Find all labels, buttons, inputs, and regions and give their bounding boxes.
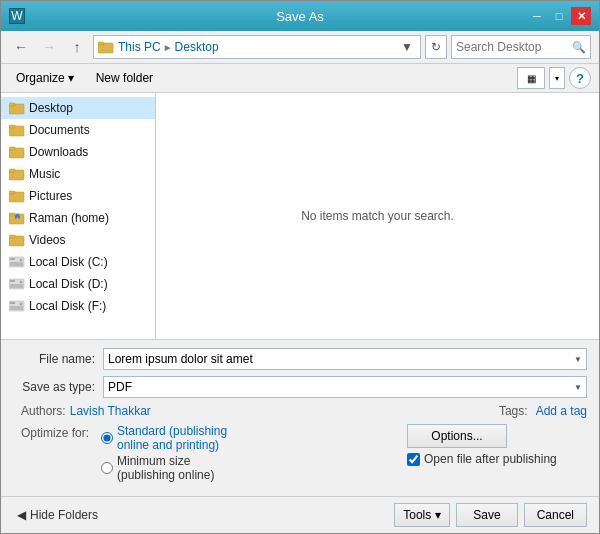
sidebar-item-disk-d[interactable]: Local Disk (D:): [1, 273, 155, 295]
footer-actions: Tools ▾ Save Cancel: [394, 503, 587, 527]
filename-dropdown-arrow[interactable]: ▼: [574, 355, 582, 364]
minimize-button[interactable]: ─: [527, 7, 547, 25]
close-button[interactable]: ✕: [571, 7, 591, 25]
videos-folder-icon: [9, 233, 25, 247]
radio-standard[interactable]: Standard (publishingonline and printing): [101, 424, 227, 452]
sidebar-label-desktop: Desktop: [29, 101, 73, 115]
save-as-dialog: W Save As ─ □ ✕ ← → ↑ This PC ► Desktop …: [0, 0, 600, 534]
organize-toolbar: Organize ▾ New folder ▦ ▾ ?: [1, 64, 599, 93]
dropdown-arrow-btn[interactable]: ▼: [398, 38, 416, 56]
up-button[interactable]: ↑: [65, 36, 89, 58]
open-after-label: Open file after publishing: [424, 452, 557, 466]
help-button[interactable]: ?: [569, 67, 591, 89]
forward-button[interactable]: →: [37, 36, 61, 58]
sidebar-label-pictures: Pictures: [29, 189, 72, 203]
pictures-folder-icon: [9, 189, 25, 203]
authors-value[interactable]: Lavish Thakkar: [70, 404, 151, 418]
empty-message: No items match your search.: [301, 209, 454, 223]
saveas-control[interactable]: PDF ▼: [103, 376, 587, 398]
new-folder-button[interactable]: New folder: [89, 67, 160, 89]
content-area: No items match your search.: [156, 93, 599, 339]
sidebar-item-raman[interactable]: Raman (home): [1, 207, 155, 229]
svg-rect-20: [10, 258, 15, 260]
tools-button[interactable]: Tools ▾: [394, 503, 450, 527]
svg-point-27: [20, 303, 23, 306]
sidebar-label-disk-c: Local Disk (C:): [29, 255, 108, 269]
authors-label: Authors:: [21, 404, 66, 418]
saveas-value: PDF: [108, 380, 132, 394]
svg-rect-22: [10, 284, 23, 288]
dialog-title: Save As: [276, 9, 324, 24]
breadcrumb-current[interactable]: Desktop: [175, 40, 219, 54]
tags-label: Tags:: [499, 404, 528, 418]
open-after-checkbox[interactable]: [407, 453, 420, 466]
options-button[interactable]: Options...: [407, 424, 507, 448]
sidebar-label-music: Music: [29, 167, 60, 181]
nav-toolbar: ← → ↑ This PC ► Desktop ▼ ↻ 🔍: [1, 31, 599, 64]
saveas-dropdown-arrow: ▼: [574, 383, 582, 392]
open-after-row: Open file after publishing: [407, 452, 557, 466]
breadcrumb-root[interactable]: This PC: [118, 40, 161, 54]
svg-rect-7: [9, 147, 15, 150]
svg-rect-1: [98, 42, 104, 45]
documents-folder-icon: [9, 123, 25, 137]
breadcrumb: This PC ► Desktop: [118, 40, 394, 54]
address-bar: This PC ► Desktop ▼: [93, 35, 421, 59]
svg-rect-28: [10, 302, 15, 304]
view-dropdown-button[interactable]: ▾: [549, 67, 565, 89]
search-input[interactable]: [456, 40, 568, 54]
radio-standard-input[interactable]: [101, 432, 113, 444]
saveas-row: Save as type: PDF ▼: [13, 376, 587, 398]
sidebar-item-disk-c[interactable]: Local Disk (C:): [1, 251, 155, 273]
disk-c-icon: [9, 255, 25, 269]
sidebar-label-downloads: Downloads: [29, 145, 88, 159]
back-button[interactable]: ←: [9, 36, 33, 58]
svg-rect-26: [10, 306, 23, 310]
saveas-label: Save as type:: [13, 380, 103, 394]
sidebar-item-documents[interactable]: Documents: [1, 119, 155, 141]
radio-minimum[interactable]: Minimum size(publishing online): [101, 454, 227, 482]
tags-value[interactable]: Add a tag: [536, 404, 587, 418]
maximize-button[interactable]: □: [549, 7, 569, 25]
sidebar-item-pictures[interactable]: Pictures: [1, 185, 155, 207]
sidebar-item-desktop[interactable]: Desktop: [1, 97, 155, 119]
meta-row: Authors: Lavish Thakkar Tags: Add a tag: [13, 404, 587, 418]
music-folder-icon: [9, 167, 25, 181]
radio-minimum-input[interactable]: [101, 462, 113, 474]
sidebar-label-disk-d: Local Disk (D:): [29, 277, 108, 291]
organize-button[interactable]: Organize ▾: [9, 67, 81, 89]
window-controls: ─ □ ✕: [527, 7, 591, 25]
footer: ◀ Hide Folders Tools ▾ Save Cancel: [1, 496, 599, 533]
search-icon[interactable]: 🔍: [572, 41, 586, 54]
filename-control: ▼: [103, 348, 587, 370]
folder-icon: [98, 40, 114, 54]
sidebar-item-downloads[interactable]: Downloads: [1, 141, 155, 163]
refresh-button[interactable]: ↻: [425, 35, 447, 59]
cancel-button[interactable]: Cancel: [524, 503, 587, 527]
hide-folders-button[interactable]: ◀ Hide Folders: [13, 506, 102, 524]
svg-rect-3: [9, 103, 15, 106]
view-button[interactable]: ▦: [517, 67, 545, 89]
sidebar: Desktop Documents Downloads: [1, 93, 156, 339]
svg-point-23: [20, 281, 23, 284]
svg-point-19: [20, 259, 23, 262]
raman-folder-icon: [9, 211, 25, 225]
svg-rect-11: [9, 191, 15, 194]
hide-folders-label: Hide Folders: [30, 508, 98, 522]
sidebar-item-music[interactable]: Music: [1, 163, 155, 185]
svg-rect-16: [9, 235, 15, 238]
sidebar-item-videos[interactable]: Videos: [1, 229, 155, 251]
hide-folders-icon: ◀: [17, 508, 26, 522]
sidebar-label-disk-f: Local Disk (F:): [29, 299, 106, 313]
filename-row: File name: ▼: [13, 348, 587, 370]
desktop-folder-icon: [9, 101, 25, 115]
save-button[interactable]: Save: [456, 503, 517, 527]
downloads-folder-icon: [9, 145, 25, 159]
sidebar-label-videos: Videos: [29, 233, 65, 247]
svg-rect-9: [9, 169, 15, 172]
bottom-panel: File name: ▼ Save as type: PDF ▼ Authors…: [1, 339, 599, 496]
options-area: Options... Open file after publishing: [407, 424, 587, 466]
sidebar-item-disk-f[interactable]: Local Disk (F:): [1, 295, 155, 317]
radio-minimum-label: Minimum size(publishing online): [117, 454, 214, 482]
filename-input[interactable]: [108, 352, 574, 366]
